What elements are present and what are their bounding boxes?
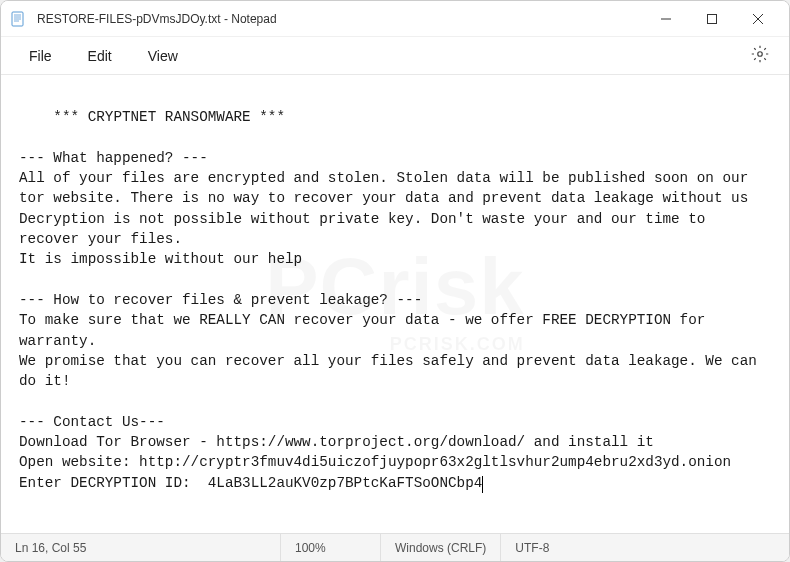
status-encoding: UTF-8 bbox=[501, 534, 563, 561]
svg-rect-6 bbox=[708, 14, 717, 23]
status-cursor-position: Ln 16, Col 55 bbox=[1, 534, 281, 561]
statusbar: Ln 16, Col 55 100% Windows (CRLF) UTF-8 bbox=[1, 533, 789, 561]
settings-button[interactable] bbox=[741, 39, 779, 73]
svg-point-9 bbox=[758, 51, 763, 56]
text-editor-area[interactable]: PCrisk PCRISK.COM *** CRYPTNET RANSOMWAR… bbox=[1, 75, 789, 533]
text-cursor bbox=[482, 476, 483, 493]
titlebar: RESTORE-FILES-pDVmsJDOy.txt - Notepad bbox=[1, 1, 789, 37]
maximize-button[interactable] bbox=[689, 3, 735, 35]
menu-view[interactable]: View bbox=[130, 42, 196, 70]
menu-file[interactable]: File bbox=[11, 42, 70, 70]
menubar: File Edit View bbox=[1, 37, 789, 75]
notepad-window: RESTORE-FILES-pDVmsJDOy.txt - Notepad Fi… bbox=[0, 0, 790, 562]
document-text: *** CRYPTNET RANSOMWARE *** --- What hap… bbox=[19, 109, 765, 490]
notepad-app-icon bbox=[9, 10, 27, 28]
window-controls bbox=[643, 3, 781, 35]
status-line-ending: Windows (CRLF) bbox=[381, 534, 501, 561]
minimize-button[interactable] bbox=[643, 3, 689, 35]
close-button[interactable] bbox=[735, 3, 781, 35]
status-zoom[interactable]: 100% bbox=[281, 534, 381, 561]
window-title: RESTORE-FILES-pDVmsJDOy.txt - Notepad bbox=[37, 12, 277, 26]
menu-edit[interactable]: Edit bbox=[70, 42, 130, 70]
